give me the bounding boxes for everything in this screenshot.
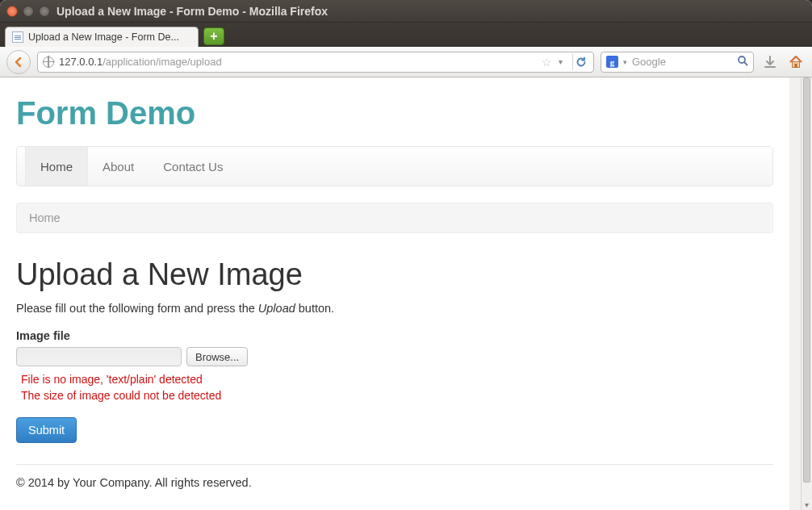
globe-icon bbox=[43, 56, 54, 68]
window-maximize-button[interactable] bbox=[39, 6, 50, 17]
form-errors: File is no image, 'text/plain' detected … bbox=[16, 371, 773, 404]
breadcrumb: Home bbox=[16, 203, 773, 233]
search-submit-icon[interactable] bbox=[737, 55, 748, 69]
reload-button[interactable] bbox=[572, 54, 588, 70]
page-title: Upload a New Image bbox=[16, 257, 773, 292]
tab-label: Upload a New Image - Form De... bbox=[28, 31, 179, 43]
back-button[interactable] bbox=[6, 50, 31, 74]
page-lead: Please fill out the following form and p… bbox=[16, 302, 773, 315]
breadcrumb-item[interactable]: Home bbox=[29, 211, 61, 224]
file-input-label: Image file bbox=[16, 329, 773, 342]
browser-toolbar: 127.0.0.1/application/image/upload ☆ ▾ g… bbox=[0, 47, 812, 77]
window-close-button[interactable] bbox=[6, 6, 18, 17]
scroll-thumb[interactable] bbox=[803, 77, 810, 483]
home-button[interactable] bbox=[786, 54, 806, 70]
browser-window: Upload a New Image - Form Demo - Mozilla… bbox=[0, 0, 812, 510]
page-content: Form Demo Home About Contact Us Home Upl… bbox=[0, 77, 789, 510]
search-placeholder: Google bbox=[632, 56, 732, 68]
site-brand[interactable]: Form Demo bbox=[16, 95, 773, 132]
google-search-icon: g bbox=[606, 56, 618, 68]
url-bar[interactable]: 127.0.0.1/application/image/upload ☆ ▾ bbox=[37, 52, 594, 73]
new-tab-button[interactable]: + bbox=[203, 27, 224, 45]
main-nav: Home About Contact Us bbox=[16, 146, 773, 186]
file-path-field[interactable] bbox=[16, 347, 182, 366]
vertical-scrollbar[interactable]: ▾ bbox=[801, 77, 812, 510]
page-favicon-icon bbox=[12, 31, 23, 43]
form-error: File is no image, 'text/plain' detected bbox=[21, 371, 773, 387]
browser-tab[interactable]: Upload a New Image - Form De... bbox=[5, 27, 199, 47]
url-text: 127.0.0.1/application/image/upload bbox=[59, 56, 537, 68]
svg-line-1 bbox=[744, 62, 747, 65]
nav-item-contact[interactable]: Contact Us bbox=[149, 147, 237, 186]
scroll-down-button[interactable]: ▾ bbox=[802, 499, 812, 510]
window-title: Upload a New Image - Form Demo - Mozilla… bbox=[57, 5, 328, 18]
submit-button[interactable]: Submit bbox=[16, 417, 77, 443]
tab-strip: Upload a New Image - Form De... + bbox=[0, 23, 812, 47]
downloads-button[interactable] bbox=[760, 55, 780, 69]
footer-separator bbox=[16, 464, 773, 465]
nav-item-about[interactable]: About bbox=[88, 147, 149, 186]
nav-item-home[interactable]: Home bbox=[25, 147, 88, 186]
window-titlebar: Upload a New Image - Form Demo - Mozilla… bbox=[0, 0, 812, 23]
search-engine-dropdown[interactable]: ▾ bbox=[623, 58, 627, 66]
search-bar[interactable]: g ▾ Google bbox=[601, 52, 754, 73]
window-minimize-button[interactable] bbox=[23, 6, 34, 17]
browse-button[interactable]: Browse... bbox=[186, 347, 248, 366]
footer-text: © 2014 by Your Company. All rights reser… bbox=[16, 476, 773, 489]
form-error: The size of image could not be detected bbox=[21, 387, 773, 403]
bookmark-star-icon[interactable]: ☆ bbox=[542, 56, 552, 69]
svg-rect-4 bbox=[795, 64, 797, 68]
url-history-dropdown[interactable]: ▾ bbox=[557, 57, 564, 66]
